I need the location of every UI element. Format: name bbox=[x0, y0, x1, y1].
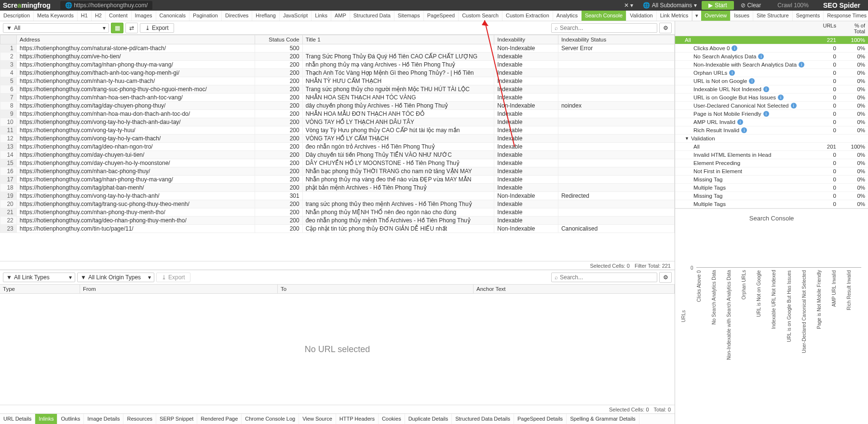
table-row[interactable]: 17https://hotienphongthuy.com/tag/nhan-p… bbox=[0, 176, 675, 184]
table-row[interactable]: 21https://hotienphongthuy.com/nhan-phong… bbox=[0, 208, 675, 217]
tab-analytics[interactable]: Analytics bbox=[553, 11, 582, 21]
tab-images[interactable]: Images bbox=[132, 11, 156, 21]
bottom-tab-serp-snippet[interactable]: SERP Snippet bbox=[156, 414, 197, 424]
tab-javascript[interactable]: JavaScript bbox=[280, 11, 312, 21]
lower-search-settings-button[interactable]: ⚙ bbox=[659, 272, 672, 283]
table-row[interactable]: 14https://hotienphongthuy.com/day-chuyen… bbox=[0, 151, 675, 159]
start-button[interactable]: ▶ Start bbox=[702, 1, 733, 10]
table-row[interactable]: 20https://hotienphongthuy.com/tag/trang-… bbox=[0, 200, 675, 208]
table-row[interactable]: 9https://hotienphongthuy.com/nhan-hoa-ma… bbox=[0, 110, 675, 118]
overview-row[interactable]: All201100% bbox=[675, 143, 868, 151]
view-columns-button[interactable]: ▦ bbox=[111, 23, 123, 33]
table-row[interactable]: 15https://hotienphongthuy.com/day-chuyen… bbox=[0, 159, 675, 167]
col-anchor[interactable]: Anchor Text bbox=[474, 285, 675, 293]
tab-meta-keywords[interactable]: Meta Keywords bbox=[34, 11, 78, 21]
bottom-tab-inlinks[interactable]: Inlinks bbox=[35, 414, 57, 424]
bottom-tab-chrome-console-log[interactable]: Chrome Console Log bbox=[242, 414, 299, 424]
table-row[interactable]: 11https://hotienphongthuy.com/vong-tay-t… bbox=[0, 126, 675, 135]
bottom-tab-http-headers[interactable]: HTTP Headers bbox=[336, 414, 379, 424]
table-row[interactable]: 12https://hotienphongthuy.com/vong-tay-h… bbox=[0, 135, 675, 143]
right-tab-segments[interactable]: Segments bbox=[793, 11, 824, 21]
bottom-tab-cookies[interactable]: Cookies bbox=[379, 414, 405, 424]
right-tab-issues[interactable]: Issues bbox=[731, 11, 753, 21]
overview-row[interactable]: Orphan URLs i00% bbox=[675, 69, 868, 77]
overview-row[interactable]: Not First in Element00% bbox=[675, 167, 868, 176]
overview-row[interactable]: Multiple Tags00% bbox=[675, 184, 868, 192]
overview-row[interactable]: Non-Indexable with Search Analytics Data… bbox=[675, 61, 868, 69]
bottom-tab-structured-data-details[interactable]: Structured Data Details bbox=[452, 414, 514, 424]
table-row[interactable]: 4https://hotienphongthuy.com/thach-anh-t… bbox=[0, 69, 675, 77]
overview-row[interactable]: URL is Not on Google i00% bbox=[675, 77, 868, 85]
tab-directives[interactable]: Directives bbox=[222, 11, 252, 21]
col-title[interactable]: Title 1 bbox=[302, 35, 494, 44]
table-row[interactable]: 2https://hotienphongthuy.com/ve-ho-tien/… bbox=[0, 53, 675, 61]
tab-pagespeed[interactable]: PageSpeed bbox=[424, 11, 459, 21]
bottom-tab-outlinks[interactable]: Outlinks bbox=[57, 414, 84, 424]
tab-custom-search[interactable]: Custom Search bbox=[459, 11, 502, 21]
bottom-tab-spelling-grammar-details[interactable]: Spelling & Grammar Details bbox=[567, 414, 639, 424]
filter-dropdown[interactable]: ▼ All ▾ bbox=[3, 23, 109, 33]
col-type[interactable]: Type bbox=[0, 285, 80, 293]
overview-row[interactable]: No Search Analytics Data i00% bbox=[675, 53, 868, 61]
col-from[interactable]: From bbox=[80, 285, 278, 293]
overview-row[interactable]: AMP URL Invalid i00% bbox=[675, 118, 868, 126]
table-row[interactable]: 18https://hotienphongthuy.com/tag/phat-b… bbox=[0, 184, 675, 192]
view-tree-button[interactable]: ⇄ bbox=[125, 23, 138, 33]
table-row[interactable]: 23https://hotienphongthuy.com/tin-tuc/pa… bbox=[0, 225, 675, 233]
overview-row[interactable]: Element Preceding 00% bbox=[675, 159, 868, 167]
tab-custom-extraction[interactable]: Custom Extraction bbox=[502, 11, 553, 21]
close-icon[interactable]: ✕ ▾ bbox=[619, 1, 638, 10]
tab-content[interactable]: Content bbox=[106, 11, 132, 21]
results-grid[interactable]: Address Status Code Title 1 Indexability… bbox=[0, 35, 675, 261]
right-tab-site-structure[interactable]: Site Structure bbox=[753, 11, 793, 21]
clear-button[interactable]: ⊘ Clear bbox=[734, 1, 768, 10]
tab-search-console[interactable]: Search Console bbox=[582, 11, 626, 21]
tab-h1[interactable]: H1 bbox=[78, 11, 92, 21]
export-button[interactable]: ⤓Export bbox=[140, 23, 174, 33]
tab-amp[interactable]: AMP bbox=[331, 11, 350, 21]
subdomain-dropdown[interactable]: 🌐 All Subdomains ▾ bbox=[638, 1, 702, 10]
tab-sitemaps[interactable]: Sitemaps bbox=[394, 11, 424, 21]
overview-row[interactable]: Page is Not Mobile Friendly i00% bbox=[675, 110, 868, 118]
tab-description[interactable]: Description bbox=[0, 11, 34, 21]
tab-hreflang[interactable]: Hreflang bbox=[252, 11, 280, 21]
table-row[interactable]: 1https://hotienphongthuy.com/natural-sto… bbox=[0, 44, 675, 53]
table-row[interactable]: 6https://hotienphongthuy.com/trang-suc-p… bbox=[0, 85, 675, 94]
bottom-tab-resources[interactable]: Resources bbox=[123, 414, 156, 424]
tab-link-metrics[interactable]: Link Metrics bbox=[657, 11, 692, 21]
bottom-tab-pagespeed-details[interactable]: PageSpeed Details bbox=[514, 414, 567, 424]
bottom-tab-rendered-page[interactable]: Rendered Page bbox=[197, 414, 242, 424]
table-row[interactable]: 13https://hotienphongthuy.com/tag/deo-nh… bbox=[0, 143, 675, 151]
tab-overflow[interactable]: ▾ bbox=[692, 11, 701, 21]
col-rownum[interactable] bbox=[0, 35, 17, 44]
overview-row[interactable]: Missing Tag00% bbox=[675, 176, 868, 184]
col-indexability[interactable]: Indexability bbox=[494, 35, 558, 44]
bottom-tab-url-details[interactable]: URL Details bbox=[0, 414, 35, 424]
overview-row[interactable]: Missing Tag00% bbox=[675, 192, 868, 200]
tab-structured-data[interactable]: Structured Data bbox=[350, 11, 394, 21]
tab-validation[interactable]: Validation bbox=[626, 11, 657, 21]
lower-export-button[interactable]: ⤓ Export bbox=[156, 273, 190, 282]
overview-row[interactable]: URL is on Google But Has Issues i00% bbox=[675, 94, 868, 102]
overview-row[interactable]: User-Declared Canonical Not Selected i00… bbox=[675, 102, 868, 110]
bottom-tab-image-details[interactable]: Image Details bbox=[84, 414, 123, 424]
overview-row[interactable]: Rich Result Invalid i00% bbox=[675, 126, 868, 135]
lower-search-input[interactable]: ⌕ bbox=[551, 273, 657, 282]
bottom-tab-view-source[interactable]: View Source bbox=[299, 414, 336, 424]
link-types-dropdown[interactable]: ▼ All Link Types▾ bbox=[3, 273, 75, 282]
table-row[interactable]: 10https://hotienphongthuy.com/vong-tay-h… bbox=[0, 118, 675, 126]
table-row[interactable]: 19https://hotienphongthuy.com/vong-tay-h… bbox=[0, 192, 675, 200]
link-origin-dropdown[interactable]: ▼ All Link Origin Types▾ bbox=[77, 273, 154, 282]
right-tab-response-times[interactable]: Response Times bbox=[824, 11, 868, 21]
right-tab-overview[interactable]: Overview bbox=[701, 11, 731, 21]
search-input[interactable]: ⌕ bbox=[551, 23, 657, 33]
table-row[interactable]: 5https://hotienphongthuy.com/nhan-ty-huu… bbox=[0, 77, 675, 85]
table-row[interactable]: 3https://hotienphongthuy.com/tag/nhan-ph… bbox=[0, 61, 675, 69]
col-to[interactable]: To bbox=[278, 285, 474, 293]
table-row[interactable]: 8https://hotienphongthuy.com/tag/day-chu… bbox=[0, 102, 675, 110]
overview-row[interactable]: Multiple Tags00% bbox=[675, 200, 868, 208]
col-status[interactable]: Status Code bbox=[255, 35, 302, 44]
tab-canonicals[interactable]: Canonicals bbox=[156, 11, 190, 21]
col-address[interactable]: Address bbox=[16, 35, 255, 44]
url-input[interactable]: 🌐 https://hotienphongthuy.com/ bbox=[60, 1, 153, 10]
